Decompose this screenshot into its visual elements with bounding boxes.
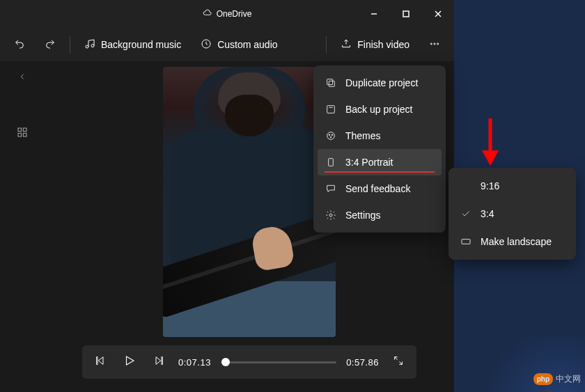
toolbar-separator (326, 36, 327, 53)
svg-marker-14 (98, 357, 103, 365)
feedback-icon (325, 182, 337, 195)
step-forward-icon (153, 355, 164, 369)
arrow-shaft (489, 118, 492, 152)
more-menu: Duplicate project Back up project Themes… (313, 65, 446, 233)
finish-video-label: Finish video (357, 39, 410, 50)
grid-icon (17, 127, 28, 141)
video-frame-beard (225, 95, 274, 136)
undo-icon (14, 38, 25, 52)
toolbar-separator (70, 36, 70, 53)
landscape-icon (460, 236, 472, 247)
maximize-button[interactable] (390, 0, 422, 28)
redo-button[interactable] (36, 33, 64, 57)
svg-rect-1 (403, 11, 409, 17)
svg-point-4 (86, 45, 88, 48)
library-grid-button[interactable] (11, 123, 33, 145)
titlebar: OneDrive (0, 0, 454, 28)
seek-thumb[interactable] (221, 358, 230, 366)
play-button[interactable] (120, 352, 139, 372)
toolbar: Background music Custom audio Finish vid… (0, 28, 454, 61)
menu-backup-project[interactable]: Back up project (318, 96, 442, 123)
menu-duplicate-project[interactable]: Duplicate project (318, 70, 442, 96)
svg-marker-16 (127, 356, 134, 365)
next-frame-button[interactable] (149, 352, 169, 372)
menu-feedback-label: Send feedback (345, 183, 410, 194)
fullscreen-button[interactable] (389, 352, 408, 372)
window-title: OneDrive (203, 8, 252, 20)
menu-aspect-label: 3:4 Portrait (345, 157, 393, 168)
svg-rect-29 (329, 159, 334, 166)
step-back-icon (95, 355, 106, 369)
music-icon (84, 38, 95, 52)
aspect-916-label: 9:16 (481, 180, 499, 191)
svg-rect-10 (18, 128, 22, 132)
svg-rect-11 (23, 128, 26, 132)
window-title-text: OneDrive (217, 9, 252, 19)
custom-audio-button[interactable]: Custom audio (192, 33, 286, 57)
backup-icon (325, 103, 337, 116)
previous-frame-button[interactable] (91, 352, 110, 372)
svg-rect-13 (23, 133, 26, 136)
svg-point-30 (329, 214, 332, 217)
video-preview[interactable] (163, 67, 336, 337)
menu-duplicate-label: Duplicate project (345, 77, 418, 88)
menu-backup-label: Back up project (345, 104, 413, 115)
svg-rect-18 (162, 357, 162, 365)
current-time: 0:07.13 (178, 357, 211, 368)
cloud-icon (203, 8, 212, 20)
menu-feedback[interactable]: Send feedback (318, 175, 442, 202)
fullscreen-icon (393, 355, 404, 369)
aspect-ratio-submenu: 9:16 3:4 Make landscape (448, 168, 576, 260)
svg-point-25 (327, 132, 335, 140)
watermark: php 中文网 (533, 373, 581, 385)
svg-line-20 (399, 361, 402, 364)
aspect-option-landscape[interactable]: Make landscape (453, 228, 572, 256)
duplicate-icon (325, 77, 337, 89)
play-icon (123, 354, 136, 370)
video-editor-window: OneDrive Background music Custom audio F… (0, 0, 454, 392)
svg-rect-22 (327, 79, 333, 85)
menu-themes[interactable]: Themes (318, 123, 442, 149)
svg-point-8 (434, 43, 435, 45)
svg-line-19 (395, 357, 398, 360)
aspect-option-3-4[interactable]: 3:4 (453, 200, 572, 228)
redo-icon (45, 38, 56, 52)
custom-audio-label: Custom audio (217, 39, 277, 50)
svg-point-7 (430, 43, 432, 45)
themes-icon (325, 130, 337, 142)
svg-point-27 (332, 134, 333, 136)
undo-button[interactable] (6, 33, 33, 57)
more-button[interactable] (421, 33, 448, 57)
svg-rect-23 (327, 106, 335, 113)
player-bar: 0:07.13 0:57.86 (82, 345, 416, 379)
aspect-34-label: 3:4 (481, 208, 494, 219)
minimize-button[interactable] (358, 0, 390, 28)
close-button[interactable] (422, 0, 454, 28)
collapse-panel-button[interactable] (8, 67, 36, 89)
window-controls (358, 0, 454, 28)
aspect-option-9-16[interactable]: 9:16 (453, 172, 572, 200)
aspect-landscape-label: Make landscape (481, 236, 552, 247)
svg-point-28 (330, 136, 332, 138)
menu-themes-label: Themes (345, 130, 381, 141)
seek-slider[interactable] (221, 361, 336, 363)
svg-marker-17 (156, 357, 161, 365)
check-icon (460, 209, 472, 219)
total-time: 0:57.86 (346, 357, 379, 368)
menu-aspect-ratio[interactable]: 3:4 Portrait (318, 149, 442, 175)
menu-settings-label: Settings (345, 210, 381, 221)
watermark-text: 中文网 (556, 373, 581, 385)
svg-rect-15 (97, 357, 98, 365)
more-icon (429, 38, 440, 52)
svg-rect-21 (329, 81, 334, 86)
watermark-badge: php (533, 373, 553, 385)
export-icon (341, 38, 352, 52)
finish-video-button[interactable]: Finish video (332, 33, 418, 57)
background-music-button[interactable]: Background music (76, 33, 189, 57)
svg-point-5 (91, 44, 94, 47)
svg-point-9 (437, 43, 439, 45)
audio-icon (201, 38, 212, 52)
menu-settings[interactable]: Settings (318, 202, 442, 228)
chevron-left-icon (17, 72, 27, 84)
left-rail (0, 61, 45, 392)
